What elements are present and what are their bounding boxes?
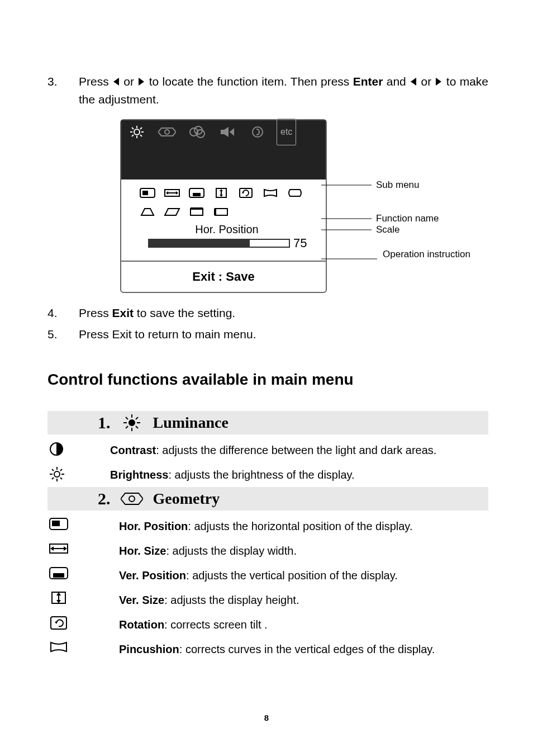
svg-point-4 [134, 129, 140, 135]
svg-marker-34 [141, 209, 154, 215]
rotation-icon [236, 186, 255, 200]
item-name: Ver. Size [119, 594, 164, 606]
annotation-function-name: Function name [376, 213, 439, 224]
item-text: Hor. Size: adjusts the display width. [93, 542, 488, 560]
barrel-icon [285, 186, 304, 200]
svg-marker-35 [165, 209, 179, 215]
svg-marker-31 [220, 195, 223, 197]
right-arrow-icon [435, 77, 442, 87]
text: to save the setting. [134, 306, 235, 319]
step-text: Press Exit to save the setting. [79, 304, 488, 322]
item-hor-size: Hor. Size: adjusts the display width. [47, 538, 488, 563]
item-name: Ver. Position [119, 569, 186, 582]
svg-line-10 [140, 135, 142, 136]
item-desc: : adjusts the difference between the lig… [156, 444, 436, 456]
item-desc: : corrects curves in the vertical edges … [179, 643, 435, 655]
step-text: Press Exit to return to main menu. [79, 325, 488, 343]
item-desc: : adjusts the horizontal position of the… [188, 520, 412, 532]
parallelogram-icon [163, 205, 182, 219]
step-4: 4. Press Exit to save the setting. [47, 304, 488, 322]
svg-rect-71 [53, 573, 64, 578]
svg-point-54 [54, 471, 60, 477]
svg-marker-77 [55, 621, 58, 624]
svg-rect-21 [142, 191, 148, 195]
section-number: 1. [98, 413, 111, 432]
svg-marker-69 [64, 546, 67, 551]
section-band: 2. Geometry [47, 487, 488, 511]
item-name: Pincushion [119, 643, 179, 655]
svg-line-62 [52, 478, 54, 479]
step-5: 5. Press Exit to return to main menu. [47, 325, 488, 343]
svg-marker-30 [220, 189, 223, 191]
svg-line-59 [52, 469, 54, 471]
text: and [387, 75, 410, 88]
osd-footer: Exit : Save [121, 261, 326, 292]
svg-marker-25 [176, 191, 178, 195]
page: 3. Press or to locate the function item.… [0, 0, 533, 756]
svg-marker-24 [166, 191, 168, 195]
svg-line-9 [132, 127, 134, 129]
svg-marker-1 [139, 78, 144, 86]
svg-marker-68 [50, 546, 54, 551]
osd-tabs: etc [121, 120, 326, 144]
svg-line-52 [126, 426, 128, 428]
svg-line-11 [140, 127, 142, 129]
svg-rect-27 [193, 193, 201, 196]
hor-size-icon [47, 542, 93, 555]
annotations: Sub menu Function name Scale Operation i… [327, 119, 483, 293]
tab-reset-icon [246, 120, 269, 144]
section-title-text: Geometry [153, 490, 220, 508]
hor-size-icon [163, 186, 182, 200]
scale-bar [148, 239, 290, 248]
annotation-submenu: Sub menu [376, 179, 420, 191]
item-desc: : corrects screen tilt . [164, 618, 268, 631]
section-title: 1. Luminance [47, 413, 488, 432]
svg-marker-2 [411, 78, 416, 86]
osd-box: etc Hor. Position [120, 119, 327, 293]
svg-marker-33 [242, 192, 244, 194]
svg-marker-17 [221, 127, 229, 137]
luminance-icon [121, 414, 143, 431]
trapezoid-icon [138, 205, 157, 219]
svg-line-60 [60, 478, 62, 479]
svg-line-51 [136, 417, 138, 419]
contrast-icon [47, 441, 93, 457]
pincushion-icon [261, 186, 280, 200]
tab-luminance-icon [126, 120, 148, 144]
enter-label: Enter [353, 75, 383, 88]
ver-size-icon [47, 591, 93, 604]
item-text: Hor. Position: adjusts the horizontal po… [93, 517, 488, 535]
text: Operation instruction [383, 249, 470, 259]
item-hor-position: Hor. Position: adjusts the horizontal po… [47, 514, 488, 538]
osd-body: Hor. Position 75 [121, 179, 326, 253]
item-name: Contrast [110, 444, 156, 456]
section-number: 2. [98, 489, 111, 508]
left-arrow-icon [112, 77, 120, 87]
svg-point-63 [129, 496, 135, 502]
svg-marker-18 [230, 128, 234, 136]
svg-point-19 [253, 127, 263, 137]
scale-row: 75 [138, 236, 316, 251]
svg-marker-38 [215, 209, 227, 215]
section-title-text: Luminance [153, 414, 229, 432]
svg-line-61 [60, 469, 62, 471]
step-3: 3. Press or to locate the function item.… [47, 73, 488, 108]
ver-size-icon [212, 186, 231, 200]
ver-position-icon [187, 186, 206, 200]
svg-point-13 [165, 130, 169, 134]
hor-position-icon [47, 517, 93, 531]
svg-rect-76 [51, 617, 66, 629]
tab-color-icon [186, 120, 208, 144]
osd-figure: etc Hor. Position [120, 119, 488, 293]
pincushion-icon [47, 640, 93, 654]
text: to locate the function item. Then press [149, 75, 353, 88]
item-text: Rotation: corrects screen tilt . [93, 616, 488, 634]
step-text: Press or to locate the function item. Th… [79, 73, 488, 108]
item-rotation: Rotation: corrects screen tilt . [47, 612, 488, 637]
item-contrast: Contrast: adjusts the difference between… [47, 438, 488, 462]
text: or [421, 75, 435, 88]
brightness-icon [47, 466, 93, 483]
item-desc: : adjusts the display height. [164, 594, 299, 606]
svg-line-50 [136, 426, 138, 428]
rotation-icon [47, 616, 93, 630]
